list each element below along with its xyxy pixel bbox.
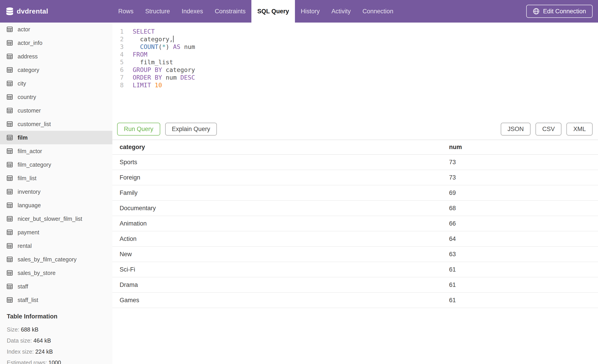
code-line-5: 5 film_list [112,58,598,66]
table-icon [7,243,13,249]
result-row-action: Action64 [112,231,598,246]
table-icon [7,40,13,46]
line-number: 5 [112,58,124,66]
table-name-label: inventory [18,188,40,195]
sidebar-item-actor[interactable]: actor [0,23,112,36]
table-icon [7,94,13,100]
cell-num: 73 [449,170,598,185]
info-index-size: Index size: 224 kB [7,346,106,357]
table-icon [7,216,13,221]
result-row-animation: Animation66 [112,216,598,231]
table-name-label: customer [18,107,41,114]
sidebar-item-payment[interactable]: payment [0,226,112,239]
tab-history[interactable]: History [295,0,326,23]
sidebar-item-sales-by-store[interactable]: sales_by_store [0,266,112,280]
explain-query-button[interactable]: Explain Query [165,123,217,136]
sidebar-item-nicer-but-slower-film-list[interactable]: nicer_but_slower_film_list [0,212,112,226]
table-name-label: actor_info [18,40,42,46]
run-query-button[interactable]: Run Query [117,123,160,136]
results-header-row: category num [112,140,598,154]
edit-connection-label: Edit Connection [543,8,586,15]
brand-label: dvdrental [17,8,48,15]
table-icon [7,108,13,113]
tab-rows[interactable]: Rows [112,0,140,23]
table-name-label: actor [18,26,30,33]
database-icon [6,8,13,15]
result-row-new: New63 [112,246,598,262]
line-number: 4 [112,51,124,58]
tab-activity[interactable]: Activity [326,0,357,23]
tab-indexes[interactable]: Indexes [176,0,209,23]
table-name-label: film [18,134,27,141]
edit-connection-button[interactable]: Edit Connection [526,5,593,18]
table-name-label: sales_by_film_category [18,256,76,263]
table-icon [7,202,13,208]
results-table: category num Sports73Foreign73Family69Do… [112,140,598,308]
result-row-foreign: Foreign73 [112,170,598,185]
result-row-sports: Sports73 [112,154,598,170]
sidebar-item-customer[interactable]: customer [0,104,112,117]
line-number: 7 [112,74,124,81]
table-icon [7,257,13,262]
export-xml-button[interactable]: XML [566,123,593,136]
cell-category: New [112,246,449,262]
sidebar-item-film[interactable]: film [0,131,112,144]
sidebar-item-sales-by-film-category[interactable]: sales_by_film_category [0,253,112,266]
column-header-num: num [449,140,598,154]
sidebar-item-inventory[interactable]: inventory [0,185,112,198]
sidebar-item-film-actor[interactable]: film_actor [0,144,112,158]
table-name-label: city [18,80,26,87]
tab-sql-query[interactable]: SQL Query [251,0,295,23]
sidebar-item-actor-info[interactable]: actor_info [0,36,112,50]
table-icon [7,148,13,154]
cell-num: 73 [449,154,598,170]
cell-category: Drama [112,277,449,292]
table-name-label: category [18,67,39,73]
table-information-heading: Table Information [7,313,106,320]
tab-structure[interactable]: Structure [140,0,176,23]
cell-category: Action [112,231,449,246]
sidebar-item-city[interactable]: city [0,77,112,90]
text-cursor [173,36,174,42]
sidebar-item-rental[interactable]: rental [0,239,112,253]
table-name-label: film_list [18,175,36,182]
database-brand: dvdrental [6,0,48,23]
info-data-size: Data size: 464 kB [7,335,106,346]
export-csv-button[interactable]: CSV [535,123,562,136]
sql-editor[interactable]: 1SELECT2 category,3 COUNT(*) AS num4FROM… [112,23,598,120]
line-number: 1 [112,28,124,35]
export-json-button[interactable]: JSON [501,123,531,136]
result-row-drama: Drama61 [112,277,598,292]
table-information-panel: Table Information Size: 688 kBData size:… [0,307,112,364]
sidebar-item-customer-list[interactable]: customer_list [0,117,112,131]
sidebar-item-film-category[interactable]: film_category [0,158,112,171]
tables-list: actoractor_infoaddresscategorycitycountr… [0,23,112,307]
info-size: Size: 688 kB [7,324,106,335]
tab-constraints[interactable]: Constraints [209,0,252,23]
cell-category: Documentary [112,201,449,216]
sidebar-item-staff-list[interactable]: staff_list [0,293,112,307]
cell-num: 61 [449,292,598,308]
sidebar-item-category[interactable]: category [0,63,112,77]
cell-category: Animation [112,216,449,231]
line-number: 6 [112,66,124,74]
table-name-label: language [18,202,41,209]
table-icon [7,189,13,194]
sidebar: actoractor_infoaddresscategorycitycountr… [0,23,112,364]
table-icon [7,135,13,140]
tab-connection[interactable]: Connection [357,0,399,23]
results-area: category num Sports73Foreign73Family69Do… [112,140,598,364]
result-row-documentary: Documentary68 [112,201,598,216]
result-row-games: Games61 [112,292,598,308]
sidebar-item-language[interactable]: language [0,198,112,212]
table-name-label: staff_list [18,297,38,303]
table-name-label: customer_list [18,121,51,127]
sidebar-item-address[interactable]: address [0,50,112,63]
cell-num: 66 [449,216,598,231]
cell-category: Sci-Fi [112,262,449,277]
sidebar-item-staff[interactable]: staff [0,280,112,293]
code-line-6: 6GROUP BY category [112,66,598,74]
cell-num: 69 [449,185,598,201]
sidebar-item-film-list[interactable]: film_list [0,171,112,185]
sidebar-item-country[interactable]: country [0,90,112,104]
